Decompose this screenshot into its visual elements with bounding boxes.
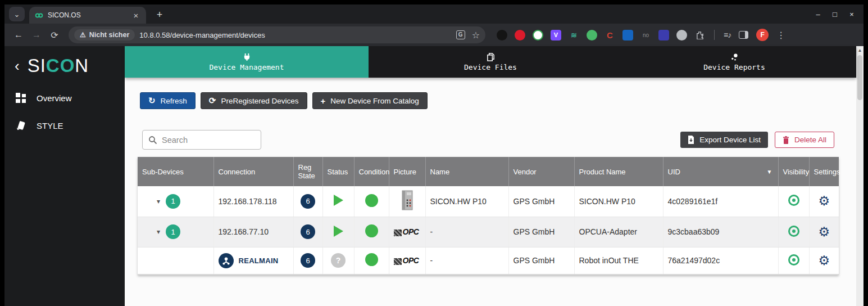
sub-device-realmain[interactable]: REALMAIN: [219, 253, 289, 268]
back-button[interactable]: ←: [11, 30, 26, 40]
extension-icon-4[interactable]: V: [551, 30, 561, 40]
content: ↻ Refresh ⟳ PreRegistered Devices + New …: [125, 78, 856, 306]
expand-caret-icon[interactable]: ▾: [157, 197, 160, 205]
minimize-button[interactable]: –: [810, 10, 826, 19]
col-visibility[interactable]: Visibility: [778, 157, 809, 186]
new-device-from-catalog-button[interactable]: + New Device From Catalog: [312, 92, 428, 109]
maximize-button[interactable]: □: [826, 10, 843, 19]
window-controls: – □ ×: [810, 4, 860, 24]
col-picture[interactable]: Picture: [389, 157, 425, 186]
tab-device-files[interactable]: Device Files: [369, 46, 612, 78]
status-running-icon: [334, 226, 343, 237]
settings-gear-icon[interactable]: ⚙: [818, 226, 830, 238]
tab-search-button[interactable]: ⌄: [9, 7, 25, 21]
col-label: Settings: [814, 168, 840, 176]
search-input[interactable]: [162, 136, 246, 145]
sicon-logo: SICON: [28, 55, 89, 76]
device-picture: [400, 190, 415, 210]
reload-button[interactable]: ⟳: [47, 30, 62, 40]
table-row[interactable]: ▾ 1 192.168.77.10 6 OPC -: [138, 217, 839, 247]
col-vendor[interactable]: Vendor: [508, 157, 574, 186]
extension-icon-10[interactable]: [658, 30, 669, 40]
sort-down-icon[interactable]: ▼: [767, 169, 772, 175]
logo-n: N: [75, 55, 89, 76]
translate-icon[interactable]: G: [456, 30, 465, 39]
realmain-label: REALMAIN: [239, 256, 279, 265]
col-connection[interactable]: Connection: [213, 157, 293, 186]
sub-device-count-badge[interactable]: 1: [166, 194, 180, 209]
new-tab-button[interactable]: +: [152, 7, 167, 22]
connection-cell: 192.168.178.118: [213, 186, 293, 217]
security-label: Nicht sicher: [89, 31, 130, 39]
condition-ok-icon: [365, 194, 378, 207]
settings-gear-icon[interactable]: ⚙: [818, 195, 830, 208]
table-row[interactable]: REALMAIN 6 ? OPC - GPS GmbH Robot inO: [138, 247, 839, 274]
extension-icon-6[interactable]: [587, 30, 597, 40]
export-device-list-button[interactable]: Export Device List: [680, 132, 768, 148]
extension-icon-11[interactable]: [676, 30, 687, 40]
forward-button[interactable]: →: [29, 30, 44, 40]
table-row[interactable]: ▾ 1 192.168.178.118 6: [138, 186, 839, 217]
sub-device-count-badge[interactable]: 1: [166, 224, 180, 239]
expand-caret-icon[interactable]: ▾: [157, 228, 160, 236]
search-box[interactable]: [142, 130, 261, 150]
extensions-puzzle-icon[interactable]: [694, 30, 705, 40]
product-cell: Robot inOut THE: [574, 247, 663, 274]
visibility-eye-icon[interactable]: [788, 195, 799, 206]
opc-pixel-block: [394, 258, 402, 265]
status-unknown-icon: ?: [331, 253, 346, 268]
scrollbar-thumb[interactable]: [857, 55, 862, 100]
page-scrollbar[interactable]: ▲: [856, 46, 864, 306]
extension-icon-1[interactable]: [497, 30, 507, 40]
address-bar[interactable]: ⚠ Nicht sicher 10.8.0.58/device-manageme…: [69, 26, 485, 43]
reg-state-badge: 6: [301, 194, 315, 209]
security-chip[interactable]: ⚠ Nicht sicher: [74, 29, 135, 40]
close-window-button[interactable]: ×: [843, 10, 860, 19]
col-status[interactable]: Status: [322, 157, 354, 186]
logo-co: CO: [46, 55, 75, 76]
extension-icon-7[interactable]: C: [605, 30, 615, 40]
extension-icon-2[interactable]: [515, 30, 525, 40]
side-panel-icon[interactable]: [739, 31, 748, 39]
collapse-sidebar-icon[interactable]: ‹: [15, 60, 20, 72]
col-sub-devices[interactable]: Sub-Devices: [138, 157, 213, 186]
refresh-icon: ↻: [148, 96, 156, 106]
delete-all-button[interactable]: Delete All: [775, 132, 834, 148]
name-cell: -: [425, 247, 508, 274]
col-name[interactable]: Name: [425, 157, 508, 186]
section-tabs: Device Management Device Files Devi: [125, 46, 856, 78]
tab-device-management[interactable]: Device Management: [125, 46, 369, 78]
refresh-button[interactable]: ↻ Refresh: [140, 92, 196, 109]
col-reg-state[interactable]: Reg State: [293, 157, 322, 186]
sidebar-item-style[interactable]: STYLE: [4, 112, 125, 140]
visibility-eye-icon[interactable]: [788, 254, 799, 266]
extension-icon-9[interactable]: no: [640, 30, 651, 40]
col-label: Sub-Devices: [142, 168, 184, 176]
opc-logo-text: OPC: [403, 256, 419, 265]
preregistered-devices-button[interactable]: ⟳ PreRegistered Devices: [201, 92, 307, 109]
tab-close-icon[interactable]: ×: [131, 11, 140, 20]
col-label: Connection: [219, 168, 256, 176]
profile-avatar[interactable]: F: [756, 29, 769, 41]
uid-cell: 9c3cbaa63b09: [663, 217, 778, 247]
vendor-cell: GPS GmbH: [508, 217, 574, 247]
col-product-name[interactable]: Product Name: [574, 157, 663, 186]
bookmark-star-icon[interactable]: ☆: [472, 30, 480, 40]
tab-device-reports[interactable]: Device Reports: [612, 46, 856, 78]
col-uid[interactable]: UID ▼: [663, 157, 778, 186]
trash-icon: [783, 136, 789, 144]
visibility-eye-icon[interactable]: [788, 226, 799, 237]
extension-icon-5[interactable]: ≋: [569, 30, 579, 40]
settings-gear-icon[interactable]: ⚙: [818, 254, 830, 267]
scroll-up-icon[interactable]: ▲: [856, 46, 864, 53]
browser-menu-icon[interactable]: ⋮: [776, 30, 784, 40]
browser-tab-sicon[interactable]: SICON.OS ×: [29, 7, 146, 24]
col-condition[interactable]: Condition: [354, 157, 389, 186]
action-buttons: ↻ Refresh ⟳ PreRegistered Devices + New …: [140, 92, 428, 109]
sidebar-item-overview[interactable]: Overview: [4, 84, 125, 112]
col-settings[interactable]: Settings: [809, 157, 839, 186]
extension-icon-8[interactable]: [622, 30, 633, 40]
warning-icon: ⚠: [80, 31, 86, 39]
extension-icon-3[interactable]: [533, 30, 543, 40]
playlist-icon[interactable]: ≡♪: [724, 30, 731, 39]
